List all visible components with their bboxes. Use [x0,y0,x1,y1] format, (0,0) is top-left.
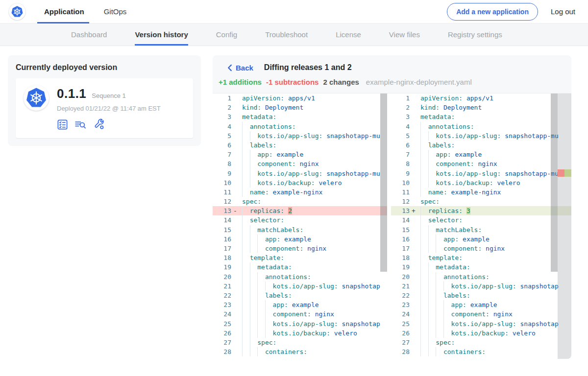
code-line: 9kots.io/app-slug: snapshotapp-mu [213,169,387,178]
code-line: 16app: example [391,235,571,244]
code-line: 13-replicas: 2 [213,206,387,215]
diff-panel: Back Diffing releases 1 and 2 +1 additio… [213,55,571,359]
left-column: Currently deployed version 0.1.1 [8,55,201,359]
code-line: 22labels: [391,291,571,300]
config-wrench-icon[interactable] [93,118,105,130]
code-line: 25kots.io/app-slug: snapshotap [391,319,571,329]
subnav-license[interactable]: License [336,24,361,46]
add-application-button[interactable]: Add a new application [447,3,538,21]
code-line: 24component: nginx [213,309,387,319]
code-line: 25kots.io/app-slug: snapshotap [213,319,387,329]
code-line: 11name: example-nginx [213,188,387,197]
code-line: 17component: nginx [391,244,571,253]
kubernetes-logo-icon [9,3,25,20]
app-gitops-tabs: Application GitOps [44,0,126,23]
subnav-version-history[interactable]: Version history [135,24,188,46]
code-line: 27spec: [391,338,571,347]
version-action-icons [57,118,161,130]
code-line: 26kots.io/backup: velero [391,329,571,338]
code-line: 14selector: [213,215,387,225]
ruler-added-mark [564,169,571,177]
code-line: 8component: nginx [391,159,571,168]
subnav-config[interactable]: Config [216,24,237,46]
code-line: 22labels: [213,291,387,300]
code-line: 9kots.io/app-slug: snapshotapp-mu [391,169,571,178]
code-line: 16app: example [213,235,387,244]
diff-header: Back Diffing releases 1 and 2 +1 additio… [213,55,571,93]
diff-editor: 1apiVersion: apps/v12kind: Deployment3me… [213,93,571,359]
subnav-troubleshoot[interactable]: Troubleshoot [265,24,308,46]
deployed-version-card: 0.1.1 Sequence 1 Deployed 01/21/22 @ 11:… [16,78,193,138]
version-info: 0.1.1 Sequence 1 Deployed 01/21/22 @ 11:… [57,85,161,130]
code-line: 18template: [213,253,387,262]
additions-count: +1 additions [219,78,262,86]
code-line: 12spec: [391,197,571,206]
code-line: 2kind: Deployment [391,103,571,112]
back-link[interactable]: Back [227,64,253,72]
code-line: 3metadata: [213,112,387,121]
subnav-dashboard[interactable]: Dashboard [71,24,107,46]
code-line: 12spec: [213,197,387,206]
code-line: 1apiVersion: apps/v1 [391,94,571,103]
diff-pane-left[interactable]: 1apiVersion: apps/v12kind: Deployment3me… [213,94,387,359]
subnav-view-files[interactable]: View files [389,24,420,46]
code-line: 11name: example-nginx [391,188,571,197]
code-line: 4annotations: [213,122,387,131]
code-line: 8component: nginx [213,159,387,168]
logout-link[interactable]: Log out [551,7,575,16]
code-line: 19metadata: [213,262,387,272]
code-line: 19metadata: [391,262,571,272]
pane-divider [387,94,391,359]
diff-stats: +1 additions -1 subtractions 2 changes e… [219,78,562,93]
code-line: 21kots.io/app-slug: snapshotap [391,282,571,291]
code-line: 15matchLabels: [391,225,571,235]
right-column: Back Diffing releases 1 and 2 +1 additio… [213,55,571,359]
overview-ruler[interactable] [558,94,571,359]
chevron-left-icon [227,64,232,71]
code-line: 2kind: Deployment [213,103,387,112]
currently-deployed-panel: Currently deployed version 0.1.1 [8,55,201,146]
code-line: 23app: example [213,300,387,309]
version-number: 0.1.1 [57,86,86,101]
code-line: 15matchLabels: [213,225,387,235]
code-line: 14selector: [391,215,571,225]
diff-pane-right[interactable]: 1apiVersion: apps/v12kind: Deployment3me… [391,94,571,359]
code-line: 3metadata: [391,112,571,121]
code-line: 26kots.io/backup: velero [213,329,387,338]
subnav-registry-settings[interactable]: Registry settings [448,24,502,46]
code-line: 4annotations: [391,122,571,131]
changes-count: 2 changes [323,78,359,86]
deployed-panel-title: Currently deployed version [16,63,193,72]
code-line: 6labels: [213,141,387,150]
left-vertical-scrollbar[interactable] [380,94,387,272]
code-line: 10kots.io/backup: velero [391,178,571,188]
code-line: 27spec: [213,338,387,347]
code-line: 23app: example [391,300,571,309]
code-line: 20annotations: [213,272,387,282]
code-line: 5kots.io/app-slug: snapshotapp-mu [391,131,571,141]
app-logo-kubernetes-icon [24,85,49,111]
deploy-logs-icon[interactable] [74,119,87,130]
right-vertical-scrollbar[interactable] [551,94,558,272]
top-navbar: Application GitOps Add a new application… [0,0,588,24]
ruler-removed-mark [558,169,564,177]
app-section-nav: Dashboard Version history Config Trouble… [0,24,588,46]
code-line: 7app: example [213,150,387,159]
code-line: 17component: nginx [213,244,387,253]
tab-application[interactable]: Application [44,0,84,23]
code-line: 10kots.io/backup: velero [213,178,387,188]
code-line: 24component: nginx [391,309,571,319]
code-line: 7app: example [391,150,571,159]
code-line: 5kots.io/app-slug: snapshotapp-mu [213,131,387,141]
code-line: 1apiVersion: apps/v1 [213,94,387,103]
code-line: 20annotations: [391,272,571,282]
sequence-label: Sequence 1 [92,92,125,99]
tab-gitops[interactable]: GitOps [104,0,127,23]
diff-filename: example-nginx-deployment.yaml [366,78,472,86]
preflight-checklist-icon[interactable] [57,119,68,130]
code-line: 28containers: [213,347,387,356]
code-line: 21kots.io/app-slug: snapshotap [213,282,387,291]
code-line: 18template: [391,253,571,262]
main-content: Currently deployed version 0.1.1 [0,46,588,359]
deployed-timestamp: Deployed 01/21/22 @ 11:47 am EST [57,105,161,112]
